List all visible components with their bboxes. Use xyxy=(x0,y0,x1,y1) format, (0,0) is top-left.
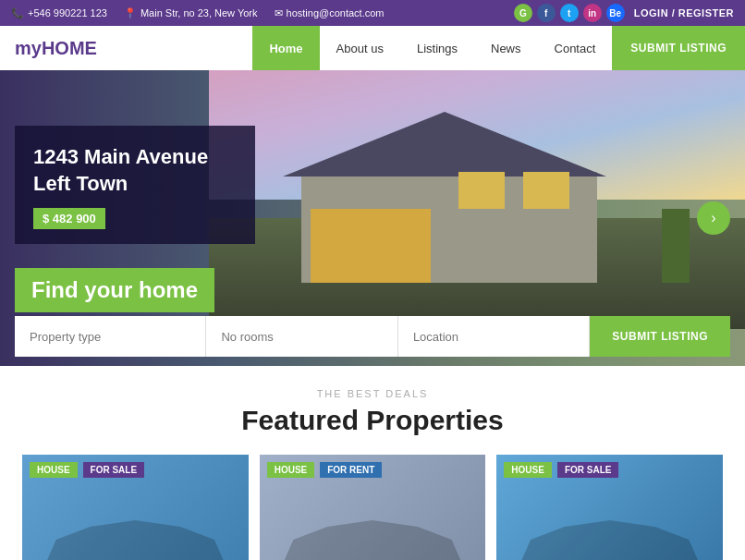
tree xyxy=(662,209,690,283)
hero-text-box: 1243 Main Avenue Left Town $ 482 900 xyxy=(15,126,255,244)
rent-badge-2: FOR RENT xyxy=(320,462,382,478)
address-text: Main Str, no 23, New York xyxy=(140,7,258,18)
social-instagram-icon[interactable]: in xyxy=(583,4,602,22)
card-house-silhouette-3 xyxy=(496,501,723,560)
hero-address: 1243 Main Avenue Left Town xyxy=(33,144,237,197)
top-bar-contacts: 📞 +546 990221 123 📍 Main Str, no 23, New… xyxy=(11,7,384,19)
property-cards-row: house FOR SALE HOUSE FOR RENT HOUSE FOR … xyxy=(15,455,730,560)
social-twitter-icon[interactable]: t xyxy=(560,4,579,22)
sale-badge-3: FOR SALE xyxy=(557,462,619,478)
nav-bar: myHOME Home About us Listings News Conta… xyxy=(0,26,745,70)
nav-submit-listing-button[interactable]: SUBMIT LISTING xyxy=(612,26,745,70)
house-badge-2: HOUSE xyxy=(267,462,315,478)
arrow-right-icon: › xyxy=(711,210,715,226)
social-behance-icon[interactable]: Be xyxy=(606,4,625,22)
find-home-bar: Find your home xyxy=(15,268,214,312)
hero-search-bar: SUBMIT LISTING xyxy=(15,316,730,357)
card-badges-3: HOUSE FOR SALE xyxy=(504,462,618,478)
house-roof xyxy=(283,112,606,177)
phone-number: +546 990221 123 xyxy=(28,7,107,18)
sale-badge-1: FOR SALE xyxy=(83,462,145,478)
login-register-link[interactable]: LOGIN / REGISTER xyxy=(634,7,734,18)
property-type-input[interactable] xyxy=(15,316,206,357)
hero-section: 1243 Main Avenue Left Town $ 482 900 Fin… xyxy=(0,70,745,366)
card-badges-1: house FOR SALE xyxy=(30,462,144,478)
nav-item-contact[interactable]: Contact xyxy=(538,26,613,70)
social-icons-group: G f t in Be xyxy=(514,4,625,22)
hero-next-arrow[interactable]: › xyxy=(697,201,730,235)
card-house-silhouette-1 xyxy=(22,501,249,560)
address-contact: 📍 Main Str, no 23, New York xyxy=(124,7,258,19)
email-icon: ✉ xyxy=(275,7,283,19)
search-submit-button[interactable]: SUBMIT LISTING xyxy=(590,316,730,357)
nav-links: Home About us Listings News Contact SUBM… xyxy=(252,26,745,70)
rooms-input[interactable] xyxy=(206,316,397,357)
nav-item-news[interactable]: News xyxy=(474,26,538,70)
top-bar: 📞 +546 990221 123 📍 Main Str, no 23, New… xyxy=(0,0,745,26)
hero-address-line2: Left Town xyxy=(33,172,128,195)
email-contact: ✉ hosting@contact.com xyxy=(275,7,385,19)
location-icon: 📍 xyxy=(124,7,137,19)
logo[interactable]: myHOME xyxy=(15,38,97,59)
social-google-icon[interactable]: G xyxy=(514,4,532,22)
location-input[interactable] xyxy=(398,316,590,357)
hero-house-image xyxy=(209,70,745,329)
find-home-text: Find your home xyxy=(31,277,198,302)
email-text: hosting@contact.com xyxy=(287,7,385,18)
nav-item-home[interactable]: Home xyxy=(252,26,319,70)
logo-my: my xyxy=(15,38,42,58)
nav-item-about[interactable]: About us xyxy=(320,26,400,70)
card-badges-2: HOUSE FOR RENT xyxy=(267,462,383,478)
featured-subtitle: THE BEST DEALS xyxy=(15,388,730,399)
house-window-1 xyxy=(458,172,505,209)
logo-home: HOME xyxy=(42,38,97,58)
hero-address-line1: 1243 Main Avenue xyxy=(33,145,208,168)
house-badge-3: HOUSE xyxy=(504,462,552,478)
nav-item-listings[interactable]: Listings xyxy=(400,26,474,70)
property-card-1[interactable]: house FOR SALE xyxy=(22,455,249,560)
phone-contact: 📞 +546 990221 123 xyxy=(11,7,107,19)
house-window-2 xyxy=(523,172,569,209)
featured-section: THE BEST DEALS Featured Properties house… xyxy=(0,366,745,560)
house-badge-1: house xyxy=(30,462,78,478)
social-facebook-icon[interactable]: f xyxy=(537,4,556,22)
property-card-3[interactable]: HOUSE FOR SALE xyxy=(496,455,723,560)
featured-title: Featured Properties xyxy=(15,405,730,436)
house-garage xyxy=(311,209,431,283)
phone-icon: 📞 xyxy=(11,7,24,19)
card-house-silhouette-2 xyxy=(260,501,486,560)
top-bar-right: G f t in Be LOGIN / REGISTER xyxy=(514,4,734,22)
property-card-2[interactable]: HOUSE FOR RENT xyxy=(260,455,486,560)
hero-price-badge: $ 482 900 xyxy=(33,208,105,229)
